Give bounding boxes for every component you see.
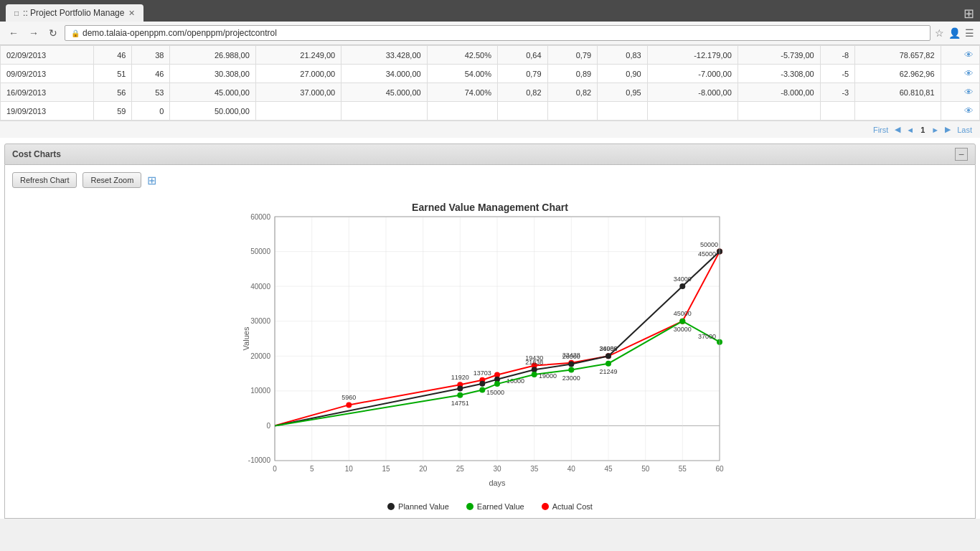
svg-text:20000: 20000: [250, 352, 270, 360]
svg-text:13703: 13703: [473, 369, 491, 377]
data-cell: [598, 102, 648, 121]
svg-text:45000: 45000: [698, 250, 716, 258]
svg-text:37000: 37000: [698, 333, 716, 340]
evm-chart: Earned Value Management Chart: [239, 195, 741, 496]
legend-actual: Actual Cost: [542, 502, 593, 511]
svg-text:30000: 30000: [674, 326, 692, 333]
data-cell: 0,90: [598, 65, 648, 83]
data-cell: 26.988,00: [170, 46, 255, 65]
data-cell: -12.179,00: [647, 46, 738, 65]
first-page-link[interactable]: First: [871, 125, 890, 135]
data-cell: -8: [820, 46, 854, 65]
data-cell: [255, 102, 341, 121]
refresh-chart-button[interactable]: Refresh Chart: [12, 172, 77, 188]
data-cell: 46: [132, 65, 170, 83]
refresh-button[interactable]: ↻: [46, 26, 60, 40]
bookmark-button[interactable]: ☆: [935, 27, 944, 39]
data-cell: -7.000,00: [647, 65, 738, 83]
ac-dot: [346, 402, 352, 408]
data-cell: -8.000,00: [647, 83, 738, 102]
date-cell: 02/09/2013: [1, 46, 94, 65]
svg-text:days: days: [489, 479, 506, 487]
svg-text:26988: 26988: [599, 345, 617, 352]
collapse-button[interactable]: −: [955, 148, 968, 161]
svg-text:55: 55: [679, 465, 687, 473]
data-cell: 0,95: [598, 83, 648, 102]
svg-text:21838: 21838: [525, 359, 543, 366]
planned-dot: [387, 503, 395, 510]
data-cell: [497, 102, 547, 121]
svg-text:0: 0: [266, 422, 270, 430]
data-cell: 0,79: [547, 46, 598, 65]
chart-legend: Planned Value Earned Value Actual Cost: [12, 502, 968, 511]
svg-text:23000: 23000: [562, 375, 580, 382]
next2-arrow[interactable]: ▶: [943, 124, 952, 135]
ev-dot: [679, 319, 685, 324]
svg-text:14751: 14751: [451, 400, 469, 407]
nav-right: ☆ 👤 ☰: [935, 27, 974, 39]
back-button[interactable]: ←: [6, 26, 22, 40]
svg-text:26000: 26000: [562, 353, 580, 360]
svg-text:15: 15: [382, 465, 390, 473]
data-cell: 30.308,00: [170, 65, 255, 83]
data-cell: 53: [132, 83, 170, 102]
expand-icon[interactable]: ⊞: [147, 174, 156, 187]
view-button[interactable]: 👁: [964, 50, 974, 60]
next-arrow[interactable]: ►: [930, 125, 941, 135]
data-cell: -3: [820, 83, 854, 102]
data-cell: [738, 102, 820, 121]
data-cell: -8.000,00: [738, 83, 820, 102]
pv-dot: [568, 362, 574, 367]
cost-charts-header: Cost Charts −: [4, 143, 976, 165]
svg-text:21249: 21249: [599, 368, 617, 375]
prev-arrow[interactable]: ◄: [905, 125, 915, 135]
svg-text:10: 10: [345, 465, 354, 473]
data-table: 02/09/2013463826.988,0021.249,0033.428,0…: [0, 45, 980, 121]
address-bar[interactable]: 🔒 demo.talaia-openppm.com/openppm/projec…: [65, 25, 930, 41]
date-cell: 16/09/2013: [1, 83, 94, 102]
ev-dot: [479, 387, 485, 393]
address-icon: 🔒: [71, 29, 80, 37]
svg-text:-10000: -10000: [248, 456, 271, 464]
svg-text:11920: 11920: [451, 374, 469, 381]
new-tab-button[interactable]: ⊞: [963, 6, 974, 22]
data-cell: [427, 102, 497, 121]
current-page[interactable]: 1: [918, 125, 927, 135]
table-row: 19/09/201359050.000,00👁: [1, 102, 980, 121]
tab-close-button[interactable]: ✕: [128, 9, 135, 18]
chart-title: Earned Value Management Chart: [412, 202, 568, 213]
profile-button[interactable]: 👤: [948, 27, 961, 39]
pv-dot: [606, 353, 611, 359]
view-button[interactable]: 👁: [964, 105, 974, 116]
data-cell: 0,89: [547, 65, 598, 83]
svg-text:Values: Values: [242, 326, 250, 350]
actual-dot: [542, 503, 549, 510]
action-cell: 👁: [941, 102, 979, 121]
svg-text:40: 40: [567, 465, 576, 473]
data-cell: 60.810,81: [855, 83, 941, 102]
data-cell: -3.308,00: [738, 65, 820, 83]
svg-text:20: 20: [419, 465, 428, 473]
data-cell: 50.000,00: [170, 102, 255, 121]
data-cell: 38: [132, 46, 170, 65]
data-cell: 42.50%: [427, 46, 497, 65]
browser-tab[interactable]: □ :: Project Portfolio Manage ✕: [6, 4, 143, 22]
svg-text:50000: 50000: [700, 241, 718, 248]
svg-text:30: 30: [493, 465, 501, 473]
view-button[interactable]: 👁: [964, 68, 974, 79]
forward-button[interactable]: →: [26, 26, 42, 40]
reset-zoom-button[interactable]: Reset Zoom: [83, 172, 141, 188]
data-cell: [547, 102, 598, 121]
svg-text:60: 60: [715, 465, 724, 473]
svg-text:30000: 30000: [250, 317, 270, 325]
view-button[interactable]: 👁: [964, 87, 974, 98]
menu-button[interactable]: ☰: [965, 27, 974, 39]
chart-container: Earned Value Management Chart: [12, 195, 968, 496]
legend-earned: Earned Value: [466, 502, 524, 511]
prev2-arrow[interactable]: ◀: [893, 124, 902, 135]
earned-label: Earned Value: [477, 502, 524, 511]
pv-dot: [479, 381, 485, 387]
last-page-link[interactable]: Last: [955, 125, 974, 135]
svg-text:50: 50: [641, 465, 650, 473]
data-cell: 34.000,00: [341, 65, 427, 83]
